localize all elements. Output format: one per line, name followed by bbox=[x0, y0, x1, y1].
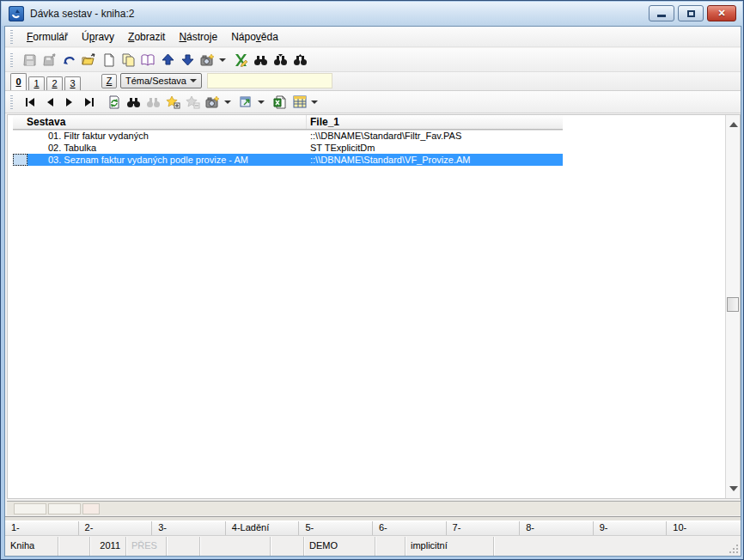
column-header-file1[interactable]: File_1 bbox=[307, 115, 563, 129]
previous-record-button[interactable] bbox=[40, 93, 59, 112]
find-button[interactable] bbox=[251, 51, 271, 70]
next-record-button[interactable] bbox=[59, 93, 79, 112]
menu-zobrazit[interactable]: Zobrazit bbox=[121, 28, 172, 46]
window-title: Dávka sestav - kniha:2 bbox=[30, 8, 134, 20]
theme-selector[interactable]: Téma/Sestava bbox=[120, 73, 202, 88]
excel-button[interactable] bbox=[270, 93, 290, 112]
new-document-icon bbox=[102, 53, 116, 67]
camera-dropdown-caret[interactable] bbox=[224, 100, 231, 104]
find-again-button[interactable] bbox=[143, 93, 163, 112]
tab-1[interactable]: 1 bbox=[28, 76, 45, 90]
maximize-icon bbox=[687, 10, 695, 17]
excel-edit-button[interactable] bbox=[231, 51, 251, 70]
grid-row-2[interactable]: 02. TabulkaST TExplicitDm bbox=[13, 142, 563, 154]
delete-record-button[interactable] bbox=[183, 93, 203, 112]
move-up-button[interactable] bbox=[158, 51, 178, 70]
minimize-button[interactable] bbox=[649, 5, 674, 21]
fnkey-2[interactable]: 2- bbox=[79, 521, 153, 535]
status-implicit: implicitní bbox=[406, 537, 494, 556]
table-view-button[interactable] bbox=[290, 93, 309, 112]
excel-edit-icon bbox=[234, 53, 248, 67]
find-next-icon bbox=[273, 53, 288, 66]
tab-3[interactable]: 3 bbox=[64, 76, 81, 90]
menu-upravy[interactable]: Úpravy bbox=[75, 28, 121, 46]
scrollbar-thumb[interactable] bbox=[727, 297, 739, 312]
refresh-icon bbox=[107, 95, 121, 109]
toolbar-grip[interactable] bbox=[10, 53, 13, 67]
find-again-icon bbox=[146, 96, 161, 108]
grid-row-3-selected[interactable]: 03. Seznam faktur vydaných podle provize… bbox=[13, 154, 563, 166]
refresh-button[interactable] bbox=[104, 93, 124, 112]
fnkey-9[interactable]: 9- bbox=[594, 521, 668, 535]
row-marker bbox=[13, 130, 27, 142]
toolbar-grip[interactable] bbox=[10, 30, 13, 44]
next-record-icon bbox=[65, 98, 74, 107]
grid-toolbar bbox=[5, 91, 741, 113]
new-button[interactable] bbox=[99, 51, 119, 70]
last-record-icon bbox=[84, 98, 95, 107]
copy-button[interactable] bbox=[119, 51, 138, 70]
fnkey-6[interactable]: 6- bbox=[373, 521, 447, 535]
first-record-button[interactable] bbox=[20, 93, 40, 112]
fnkey-4[interactable]: 4-Ladění bbox=[226, 521, 300, 535]
save-button[interactable] bbox=[20, 51, 40, 70]
table-view-dropdown-caret[interactable] bbox=[311, 100, 318, 104]
find-previous-button[interactable] bbox=[290, 51, 310, 70]
open-folder-icon bbox=[82, 53, 96, 67]
menu-napoveda[interactable]: Nápověda bbox=[224, 28, 285, 46]
theme-selector-value: Téma/Sestava bbox=[125, 76, 186, 86]
quick-filter-input[interactable] bbox=[207, 73, 332, 88]
move-down-button[interactable] bbox=[178, 51, 198, 70]
fnkey-8[interactable]: 8- bbox=[520, 521, 594, 535]
export-dropdown-caret[interactable] bbox=[258, 100, 265, 104]
menu-nastroje[interactable]: Nástroje bbox=[172, 28, 224, 46]
add-record-icon bbox=[166, 95, 180, 109]
export-button[interactable] bbox=[236, 93, 256, 112]
close-button[interactable]: ✕ bbox=[707, 5, 736, 21]
scroll-up-icon[interactable] bbox=[729, 122, 738, 127]
footer-cell-2 bbox=[48, 503, 81, 514]
fnkey-1[interactable]: 1- bbox=[5, 521, 79, 535]
fnkey-7[interactable]: 7- bbox=[447, 521, 521, 535]
status-demo: DEMO bbox=[304, 537, 375, 556]
scroll-down-icon[interactable] bbox=[729, 486, 738, 491]
last-record-button[interactable] bbox=[79, 93, 99, 112]
maximize-button[interactable] bbox=[678, 5, 704, 21]
book-button[interactable] bbox=[138, 51, 158, 70]
camera-dropdown-caret[interactable] bbox=[219, 58, 226, 62]
menu-formular[interactable]: Formulář bbox=[20, 28, 75, 46]
fnkey-3[interactable]: 3- bbox=[152, 521, 226, 535]
column-header-sestava[interactable]: Sestava bbox=[13, 115, 307, 129]
camera-icon bbox=[200, 53, 215, 67]
selected-row-marker bbox=[13, 154, 27, 166]
app-window: Dávka sestav - kniha:2 ✕ Formulář Úpravy… bbox=[0, 0, 744, 560]
tab-2[interactable]: 2 bbox=[46, 76, 63, 90]
camera-button[interactable] bbox=[198, 51, 217, 70]
status-book: Kniha bbox=[5, 537, 58, 556]
fnkey-10[interactable]: 10- bbox=[667, 521, 741, 535]
find-button[interactable] bbox=[124, 93, 143, 112]
grid-row-1[interactable]: 01. Filtr faktur vydaných::\\DBNAME\Stan… bbox=[13, 130, 563, 142]
resize-grip-icon[interactable] bbox=[729, 544, 739, 554]
fnkey-5[interactable]: 5- bbox=[299, 521, 373, 535]
toolbar-grip[interactable] bbox=[10, 95, 13, 109]
save-as-icon bbox=[43, 53, 57, 67]
status-cell-2 bbox=[58, 537, 90, 556]
chevron-down-icon bbox=[190, 79, 197, 82]
save-as-button[interactable] bbox=[40, 51, 59, 70]
status-overwrite-mode: PŘES bbox=[126, 537, 167, 556]
camera-button[interactable] bbox=[203, 93, 223, 112]
find-next-button[interactable] bbox=[271, 51, 290, 70]
excel-icon bbox=[273, 95, 287, 109]
find-icon bbox=[126, 96, 141, 108]
z-button[interactable]: Z bbox=[101, 74, 117, 88]
tab-0[interactable]: 0 bbox=[10, 73, 27, 90]
undo-button[interactable] bbox=[59, 51, 79, 70]
open-button[interactable] bbox=[79, 51, 99, 70]
first-record-icon bbox=[25, 98, 35, 107]
move-down-icon bbox=[181, 53, 194, 66]
add-record-button[interactable] bbox=[163, 93, 183, 112]
status-cell-5 bbox=[167, 537, 200, 556]
footer-cell-1 bbox=[14, 503, 46, 514]
vertical-scrollbar[interactable] bbox=[725, 115, 740, 498]
